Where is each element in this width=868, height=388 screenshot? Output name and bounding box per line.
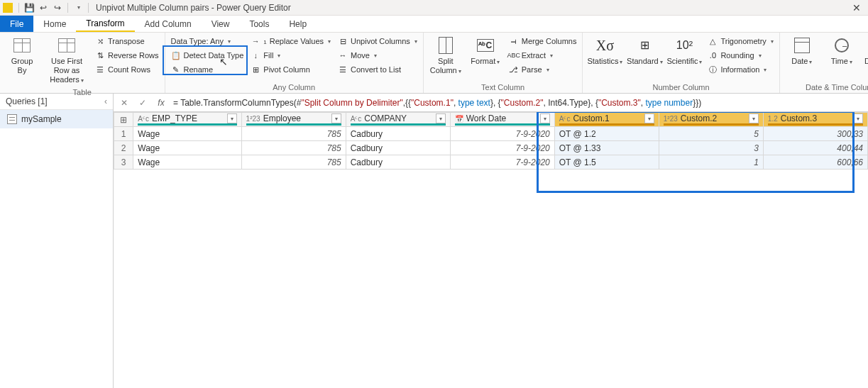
addcolumn-tab[interactable]: Add Column [135, 16, 202, 32]
move-icon: ↔ [338, 50, 348, 60]
cell-emptype[interactable]: Wage [133, 127, 241, 141]
cell-employee[interactable]: 785 [241, 127, 346, 141]
cell-custom3[interactable]: 600,66 [763, 155, 867, 170]
column-header-workdate[interactable]: 📅Work Date▾ [450, 113, 554, 127]
information-button[interactable]: ⓘInformation [706, 62, 774, 77]
parse-button[interactable]: ⎇Parse [507, 62, 578, 77]
date-button[interactable]: Date [784, 34, 820, 67]
table-row[interactable]: 3Wage785Cadbury7-9-2020OT @ 1.51600,66 [114, 155, 868, 170]
collapse-pane-button[interactable]: ‹ [104, 96, 107, 106]
home-tab[interactable]: Home [33, 16, 76, 32]
column-header-custom1[interactable]: AᶜcCustom.1▾ [554, 113, 659, 127]
convert-list-button[interactable]: ☰Convert to List [336, 62, 419, 77]
unpivot-button[interactable]: ⊟Unpivot Columns [336, 34, 419, 48]
transform-tab[interactable]: Transform [76, 16, 134, 32]
file-tab[interactable]: File [0, 16, 33, 32]
cell-employee[interactable]: 785 [241, 155, 346, 170]
tools-tab[interactable]: Tools [239, 16, 279, 32]
table-row[interactable]: 2Wage785Cadbury7-9-2020OT @ 1.333400,44 [114, 141, 868, 155]
transpose-button[interactable]: ⤭Transpose [94, 34, 160, 48]
standard-button[interactable]: ⊞ Standard [627, 34, 662, 67]
datatype-button[interactable]: Data Type: Any [170, 34, 246, 48]
replace-values-button[interactable]: →1Replace Values [249, 34, 332, 48]
cell-company[interactable]: Cadbury [346, 127, 450, 141]
close-button[interactable]: ✕ [852, 2, 861, 13]
cell-emptype[interactable]: Wage [133, 141, 241, 155]
split-column-button[interactable]: Split Column [428, 34, 463, 77]
count-rows-button[interactable]: ☰Count Rows [94, 62, 160, 77]
extract-button[interactable]: ABCExtract [507, 48, 578, 62]
rename-button[interactable]: ✎Rename [170, 62, 246, 77]
formula-input[interactable]: = Table.TransformColumnTypes(#"Split Col… [173, 98, 864, 108]
undo-icon[interactable]: ↩ [38, 2, 49, 13]
save-icon[interactable]: 💾 [23, 2, 35, 13]
view-tab[interactable]: View [202, 16, 240, 32]
filter-button[interactable]: ▾ [227, 113, 237, 123]
filter-button[interactable]: ▾ [540, 113, 550, 123]
type-icon: 1²23 [246, 115, 260, 123]
row-number[interactable]: 3 [114, 155, 133, 170]
row-number[interactable]: 2 [114, 141, 133, 155]
fill-button[interactable]: ↓Fill [249, 48, 332, 62]
cell-custom1[interactable]: OT @ 1.2 [554, 127, 659, 141]
type-icon: Aᶜc [138, 115, 149, 123]
table-row[interactable]: 1Wage785Cadbury7-9-2020OT @ 1.25300,33 [114, 127, 868, 141]
help-tab[interactable]: Help [279, 16, 317, 32]
firstrow-headers-button[interactable]: Use First Row as Headers [44, 34, 89, 87]
cell-custom3[interactable]: 400,44 [763, 141, 867, 155]
cell-custom2[interactable]: 1 [659, 155, 763, 170]
rounding-icon: .0 [708, 50, 718, 60]
column-header-company[interactable]: AᶜcCOMPANY▾ [346, 113, 450, 127]
cell-custom1[interactable]: OT @ 1.33 [554, 141, 659, 155]
cell-company[interactable]: Cadbury [346, 155, 450, 170]
time-button[interactable]: Time [824, 34, 859, 67]
label: Reverse Rows [108, 51, 159, 60]
statistics-button[interactable]: Χσ Statistics [587, 34, 622, 67]
column-header-emptype[interactable]: AᶜcEMP_TYPE▾ [133, 113, 241, 127]
label: Standard [627, 57, 663, 66]
filter-button[interactable]: ▾ [331, 113, 341, 123]
redo-icon[interactable]: ↪ [52, 2, 63, 13]
cell-workdate[interactable]: 7-9-2020 [450, 155, 554, 170]
query-item[interactable]: mySample [0, 110, 113, 128]
cell-emptype[interactable]: Wage [133, 155, 241, 170]
duration-button[interactable]: Duration [864, 34, 868, 67]
cell-custom2[interactable]: 3 [659, 141, 763, 155]
cell-employee[interactable]: 785 [241, 141, 346, 155]
cell-custom3[interactable]: 300,33 [763, 127, 867, 141]
column-header-custom2[interactable]: 1²23Custom.2▾ [659, 113, 763, 127]
reverse-rows-button[interactable]: ⇅Reverse Rows [94, 48, 160, 62]
groupby-button[interactable]: Group By [4, 34, 40, 77]
cell-workdate[interactable]: 7-9-2020 [450, 141, 554, 155]
cell-company[interactable]: Cadbury [346, 141, 450, 155]
cell-workdate[interactable]: 7-9-2020 [450, 127, 554, 141]
cell-custom1[interactable]: OT @ 1.5 [554, 155, 659, 170]
cancel-formula-button[interactable]: ✕ [118, 96, 131, 109]
qat-dropdown[interactable] [72, 2, 84, 13]
filter-button[interactable]: ▾ [749, 113, 759, 123]
pivot-button[interactable]: ⊞Pivot Column [249, 62, 332, 77]
column-header-employee[interactable]: 1²23Employee▾ [241, 113, 346, 127]
detect-datatype-button[interactable]: 📋Detect Data Type [170, 48, 246, 62]
format-button[interactable]: ᴬᵇC Format [468, 34, 503, 67]
move-button[interactable]: ↔Move [336, 48, 419, 62]
merge-columns-button[interactable]: ⫤Merge Columns [507, 34, 578, 48]
accept-formula-button[interactable]: ✓ [136, 96, 149, 109]
separator [67, 3, 68, 13]
filter-button[interactable]: ▾ [853, 113, 863, 123]
rename-icon: ✎ [171, 65, 181, 74]
scientific-button[interactable]: 10² Scientific [666, 34, 702, 67]
data-grid[interactable]: ⊞ AᶜcEMP_TYPE▾ 1²23Employee▾ AᶜcCOMPANY▾… [114, 112, 868, 388]
column-header-custom3[interactable]: 1.2Custom.3▾ [763, 113, 867, 127]
sigma-icon: Χσ [596, 37, 614, 54]
ribbon-group-textcolumn: Split Column ᴬᵇC Format ⫤Merge Columns A… [424, 33, 583, 93]
rounding-button[interactable]: .0Rounding [706, 48, 774, 62]
corner-cell[interactable]: ⊞ [114, 113, 133, 127]
filter-button[interactable]: ▾ [644, 113, 654, 123]
filter-button[interactable]: ▾ [436, 113, 446, 123]
label: Parse [522, 65, 542, 74]
cell-custom2[interactable]: 5 [659, 127, 763, 141]
trigonometry-button[interactable]: △Trigonometry [706, 34, 774, 48]
unpivot-icon: ⊟ [338, 36, 348, 46]
row-number[interactable]: 1 [114, 127, 133, 141]
